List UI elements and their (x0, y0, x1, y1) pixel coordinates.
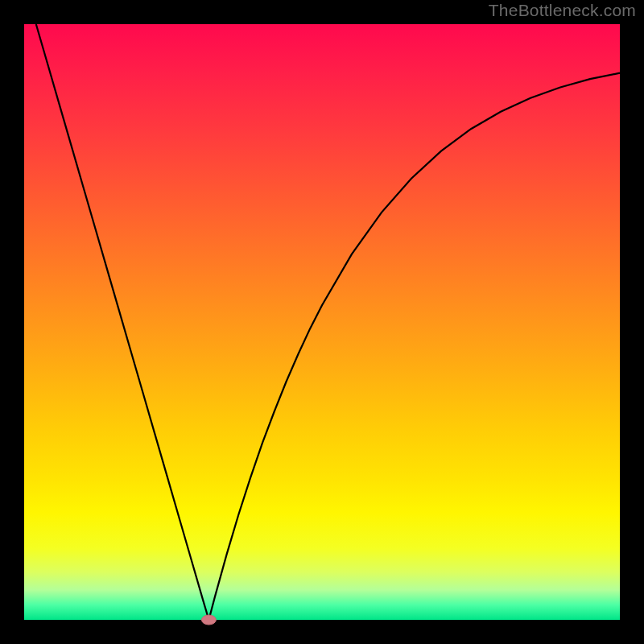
bottleneck-chart (0, 0, 644, 644)
chart-container: TheBottleneck.com (0, 0, 644, 644)
gradient-background (24, 24, 620, 620)
minimum-marker (201, 615, 216, 625)
